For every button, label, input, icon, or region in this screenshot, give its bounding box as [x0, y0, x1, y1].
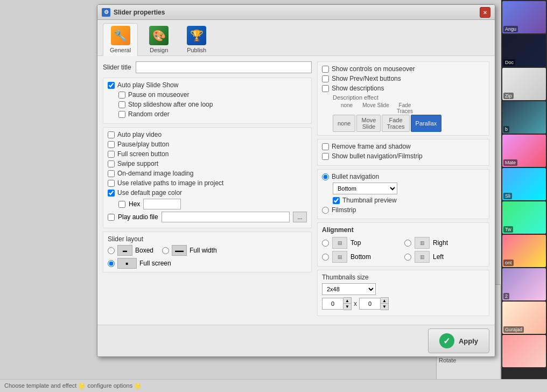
browse-button[interactable]: ... [293, 212, 307, 222]
apply-button[interactable]: ✓ Apply [428, 328, 489, 353]
align-bottom-radio[interactable] [322, 254, 329, 261]
bullet-nav-dropdown[interactable]: Bottom Top Left Right [333, 183, 397, 194]
random-order-checkbox[interactable] [118, 111, 125, 118]
stop-slideshow-checkbox[interactable] [118, 101, 125, 108]
align-left-radio[interactable] [404, 254, 411, 261]
effect-parallax-btn[interactable]: Parallax [411, 115, 442, 132]
full-screen-button-label: Full screen button [117, 150, 169, 158]
thumb-label-1: Angu [503, 26, 518, 32]
tab-publish[interactable]: 🏆 Publish [180, 23, 213, 55]
show-prev-next-checkbox[interactable] [322, 75, 329, 82]
on-demand-row: On-demand image loading [108, 170, 307, 177]
thumb-label-10: Gurajad [503, 326, 524, 333]
show-descriptions-checkbox[interactable] [322, 85, 329, 92]
thumb-width-down[interactable]: ▼ [343, 304, 351, 310]
slider-layout-section: Slider layout ▬ Boxed ▬▬ Full width [103, 232, 312, 272]
show-controls-row: Show controls on mouseover [322, 65, 485, 73]
thumbnail-5[interactable]: Mate [502, 135, 546, 167]
auto-play-video-checkbox[interactable] [108, 131, 115, 138]
align-top-radio[interactable] [322, 240, 329, 247]
effect-move-btn[interactable]: MoveSlide [356, 115, 381, 132]
audio-row: Play audio file ... [108, 212, 307, 222]
autoplay-label: Auto play Slide Show [117, 81, 178, 89]
autoplay-checkbox[interactable] [108, 82, 115, 89]
tab-general[interactable]: 🔧 General [103, 23, 138, 56]
layout-boxed: ▬ Boxed [108, 245, 153, 256]
tab-design[interactable]: 🎨 Design [142, 23, 176, 55]
stop-slideshow-label: Stop slideshow after one loop [128, 101, 213, 108]
swipe-support-checkbox[interactable] [108, 160, 115, 167]
left-panel: Slider title Auto play Slide Show Pause … [103, 61, 312, 319]
thumbnails-size-section: Thumbnails size 2x48 3x72 ▲ ▼ [317, 270, 489, 316]
thumbnail-10[interactable]: Gurajad [502, 302, 546, 334]
thumb-label-2: Doc [503, 59, 515, 66]
relative-paths-checkbox[interactable] [108, 180, 115, 187]
align-top: ▤ Top [322, 237, 402, 249]
thumb-height-up[interactable]: ▲ [381, 298, 388, 304]
autoplay-children: Pause on mouseover Stop slideshow after … [118, 91, 307, 118]
audio-file-input[interactable] [162, 212, 290, 222]
thumbnail-preview-checkbox[interactable] [333, 197, 340, 204]
show-prev-next-label: Show Prev/Next buttons [332, 75, 401, 82]
thumbnail-7[interactable]: Tw [502, 201, 546, 234]
hex-checkbox[interactable] [118, 201, 125, 208]
align-right-label: Right [433, 239, 448, 247]
close-button[interactable]: × [480, 7, 490, 18]
align-top-label: Top [350, 239, 361, 247]
play-audio-checkbox[interactable] [108, 214, 115, 221]
full-screen-radio[interactable] [108, 260, 115, 267]
pause-play-button-checkbox[interactable] [108, 141, 115, 148]
effect-none-btn[interactable]: none [333, 115, 355, 132]
thumbnail-2[interactable]: Doc [502, 34, 546, 67]
publish-tab-label: Publish [187, 47, 206, 53]
effect-fade-btn[interactable]: FadeTraces [382, 115, 409, 132]
remove-frame-checkbox[interactable] [322, 143, 329, 150]
thumb-width-up[interactable]: ▲ [343, 298, 351, 304]
thumbnail-6[interactable]: Sli [502, 168, 546, 200]
desc-effect-labels: none Move Slide Fade Traces [333, 102, 485, 114]
show-controls-checkbox[interactable] [322, 66, 329, 73]
filmstrip-radio[interactable] [322, 207, 329, 214]
pause-mouseover-checkbox[interactable] [118, 92, 125, 99]
align-left-label: Left [433, 253, 444, 261]
swipe-support-label: Swipe support [117, 160, 158, 167]
align-right-radio[interactable] [404, 240, 411, 247]
thumb-label-5: Mate [503, 159, 517, 166]
thumbnail-1[interactable]: Angu [502, 1, 546, 33]
full-screen-button-checkbox[interactable] [108, 151, 115, 158]
alignment-section: Alignment ▤ Top ▥ Right ▤ [317, 222, 489, 267]
thumbnail-3[interactable]: Zip [502, 68, 546, 100]
random-order-label: Random order [128, 110, 170, 118]
thumb-size-dropdown-row: 2x48 3x72 [322, 283, 485, 295]
full-screen-icon: ■ [117, 258, 137, 269]
align-bottom: ▤ Bottom [322, 251, 402, 263]
bullet-filmstrip-checkbox[interactable] [322, 153, 329, 160]
thumbnail-11[interactable] [502, 335, 546, 367]
thumbnail-8[interactable]: ont [502, 235, 546, 267]
hex-input[interactable] [143, 199, 181, 209]
dialog-title: ⚙ Slider properties [102, 8, 165, 17]
thumbnail-9[interactable]: 2 [502, 268, 546, 300]
full-width-label: Full width [190, 247, 217, 254]
default-page-color-checkbox[interactable] [108, 190, 115, 197]
on-demand-checkbox[interactable] [108, 170, 115, 177]
full-width-radio[interactable] [162, 247, 169, 254]
thumbnails-size-dropdown[interactable]: 2x48 3x72 [322, 283, 376, 295]
design-tab-label: Design [150, 47, 168, 53]
boxed-radio[interactable] [108, 247, 115, 254]
thumb-height-input[interactable] [359, 298, 381, 310]
thumb-height-down[interactable]: ▼ [381, 304, 388, 310]
thumbnail-4[interactable]: b [502, 101, 546, 134]
show-controls-label: Show controls on mouseover [332, 65, 415, 73]
layout-row-2: ■ Full screen [108, 258, 307, 269]
slider-title-input[interactable] [136, 61, 312, 73]
slider-layout-title: Slider layout [108, 235, 307, 243]
controls-section: Show controls on mouseover Show Prev/Nex… [317, 61, 489, 136]
dialog-footer: ✓ Apply [97, 325, 495, 356]
thumb-width-input[interactable] [322, 298, 343, 310]
pause-play-button-row: Pause/play button [108, 141, 307, 148]
random-order-row: Random order [118, 110, 307, 118]
other-options-section: Auto play video Pause/play button Full s… [103, 127, 312, 228]
bullet-nav-radio[interactable] [322, 173, 329, 180]
align-bottom-icon: ▤ [332, 251, 347, 263]
